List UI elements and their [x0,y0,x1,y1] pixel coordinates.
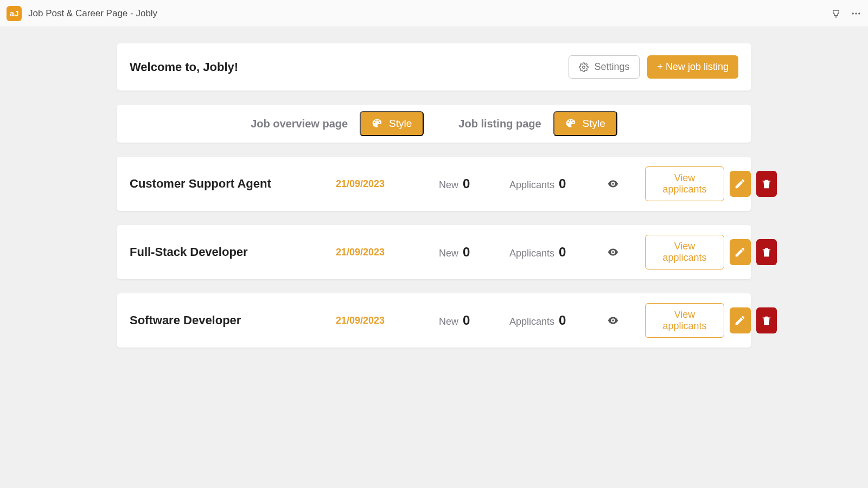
job-list: Customer Support Agent 21/09/2023 New 0 … [117,157,751,348]
listing-page-label: Job listing page [458,118,541,130]
trash-icon [761,178,773,190]
visibility-toggle[interactable] [607,246,645,258]
stat-applicants-label: Applicants [509,179,554,191]
svg-point-1 [855,12,857,14]
settings-label: Settings [594,61,629,73]
svg-point-0 [852,12,854,14]
content: Welcome to, Jobly! Settings + New job li… [117,27,751,348]
row-actions: View applicants [645,235,777,269]
pin-icon[interactable] [831,9,841,18]
style-group-overview: Job overview page Style [251,111,424,136]
stat-applicants-count: 0 [559,245,566,260]
view-applicants-button[interactable]: View applicants [645,166,724,201]
overview-page-label: Job overview page [251,118,348,130]
style-group-listing: Job listing page Style [458,111,617,136]
new-job-listing-label: + New job listing [657,61,729,73]
stat-new: New 0 [439,313,509,328]
app-logo-text: aJ [10,9,19,18]
stat-applicants-label: Applicants [509,248,554,259]
stat-applicants-count: 0 [559,176,566,191]
stat-new-label: New [439,248,458,259]
topbar-left: aJ Job Post & Career Page - Jobly [7,6,157,21]
stat-applicants: Applicants 0 [509,176,607,191]
stat-applicants-label: Applicants [509,316,554,328]
delete-button[interactable] [756,171,777,197]
more-icon[interactable] [851,8,861,19]
stat-new-label: New [439,316,458,328]
job-row: Customer Support Agent 21/09/2023 New 0 … [117,157,751,211]
row-actions: View applicants [645,303,777,338]
edit-button[interactable] [730,171,751,197]
svg-point-2 [858,12,860,14]
job-row: Software Developer 21/09/2023 New 0 Appl… [117,293,751,348]
topbar: aJ Job Post & Career Page - Jobly [0,0,868,27]
view-applicants-button[interactable]: View applicants [645,303,724,338]
style-listing-button[interactable]: Style [553,111,617,136]
pencil-icon [734,314,746,326]
app-logo: aJ [7,6,22,21]
job-title: Full-Stack Developer [130,245,336,259]
view-applicants-button[interactable]: View applicants [645,235,724,269]
stat-new-count: 0 [463,313,470,328]
pencil-icon [734,246,746,258]
settings-button[interactable]: Settings [569,55,640,79]
edit-button[interactable] [730,239,751,265]
edit-button[interactable] [730,307,751,333]
header-card: Welcome to, Jobly! Settings + New job li… [117,43,751,91]
style-bar: Job overview page Style Job listing page… [117,105,751,143]
job-date: 21/09/2023 [336,315,439,326]
row-actions: View applicants [645,166,777,201]
palette-icon [565,118,576,129]
palette-icon [372,118,382,129]
stat-new: New 0 [439,176,509,191]
topbar-right [831,8,861,19]
job-title: Software Developer [130,313,336,328]
stat-applicants: Applicants 0 [509,245,607,260]
welcome-text: Welcome to, Jobly! [130,60,238,74]
style-button-label: Style [583,118,605,130]
style-button-label: Style [389,118,412,130]
stat-new-label: New [439,179,458,191]
job-title: Customer Support Agent [130,177,336,191]
stat-applicants-count: 0 [559,313,566,328]
stat-new-count: 0 [463,245,470,260]
trash-icon [761,314,773,326]
header-actions: Settings + New job listing [569,55,738,79]
style-overview-button[interactable]: Style [360,111,424,136]
gear-icon [579,62,589,72]
page-title: Job Post & Career Page - Jobly [28,8,157,19]
new-job-listing-button[interactable]: + New job listing [647,55,738,79]
job-date: 21/09/2023 [336,178,439,190]
stat-new: New 0 [439,245,509,260]
visibility-toggle[interactable] [607,314,645,326]
pencil-icon [734,178,746,190]
stat-new-count: 0 [463,176,470,191]
delete-button[interactable] [756,239,777,265]
delete-button[interactable] [756,307,777,333]
job-row: Full-Stack Developer 21/09/2023 New 0 Ap… [117,225,751,279]
trash-icon [761,246,773,258]
visibility-toggle[interactable] [607,178,645,190]
stat-applicants: Applicants 0 [509,313,607,328]
svg-point-3 [583,66,585,68]
job-date: 21/09/2023 [336,247,439,258]
